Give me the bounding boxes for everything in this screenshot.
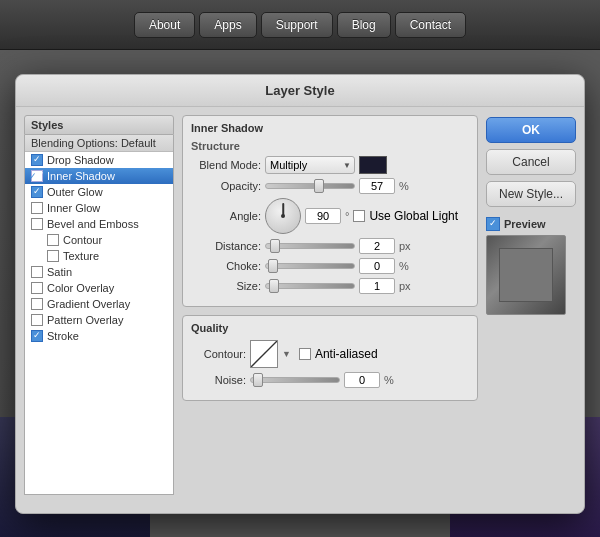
drop-shadow-checkbox[interactable] [31, 154, 43, 166]
inner-shadow-label: Inner Shadow [47, 170, 115, 182]
quality-section: Quality Contour: ▼ [182, 315, 478, 401]
noise-slider-thumb[interactable] [253, 373, 263, 387]
choke-label: Choke: [191, 260, 261, 272]
styles-satin[interactable]: Satin [25, 264, 173, 280]
blend-mode-label: Blend Mode: [191, 159, 261, 171]
stroke-checkbox[interactable] [31, 330, 43, 342]
styles-pattern-overlay[interactable]: Pattern Overlay [25, 312, 173, 328]
opacity-label: Opacity: [191, 180, 261, 192]
styles-drop-shadow[interactable]: Drop Shadow [25, 152, 173, 168]
styles-outer-glow[interactable]: Outer Glow [25, 184, 173, 200]
opacity-unit: % [399, 180, 409, 192]
styles-contour[interactable]: Contour [25, 232, 173, 248]
nav-blog-button[interactable]: Blog [337, 12, 391, 38]
global-light-checkbox[interactable] [353, 210, 365, 222]
nav-about-button[interactable]: About [134, 12, 195, 38]
main-area: Layer Style Styles Blending Options: Def… [0, 50, 600, 537]
blend-mode-select[interactable]: Multiply [265, 156, 355, 174]
noise-input[interactable] [344, 372, 380, 388]
styles-gradient-overlay[interactable]: Gradient Overlay [25, 296, 173, 312]
opacity-input[interactable] [359, 178, 395, 194]
inner-shadow-section: Inner Shadow Structure Blend Mode: Multi… [182, 115, 478, 307]
new-style-button[interactable]: New Style... [486, 181, 576, 207]
actions-panel: OK Cancel New Style... Preview [486, 115, 576, 495]
choke-row: Choke: % [191, 258, 469, 274]
noise-label: Noise: [191, 374, 246, 386]
styles-stroke[interactable]: Stroke [25, 328, 173, 344]
inner-shadow-checkbox[interactable]: ✓ [31, 170, 43, 182]
cancel-button[interactable]: Cancel [486, 149, 576, 175]
preview-section: Preview [486, 217, 576, 315]
styles-color-overlay[interactable]: Color Overlay [25, 280, 173, 296]
styles-bevel-emboss[interactable]: Bevel and Emboss [25, 216, 173, 232]
pattern-overlay-label: Pattern Overlay [47, 314, 123, 326]
inner-glow-checkbox[interactable] [31, 202, 43, 214]
blend-mode-row: Blend Mode: Multiply [191, 156, 469, 174]
styles-inner-shadow[interactable]: ✓ Inner Shadow [25, 168, 173, 184]
noise-slider[interactable] [250, 377, 340, 383]
distance-slider[interactable] [265, 243, 355, 249]
nav-apps-button[interactable]: Apps [199, 12, 256, 38]
satin-checkbox[interactable] [31, 266, 43, 278]
drop-shadow-label: Drop Shadow [47, 154, 114, 166]
color-overlay-label: Color Overlay [47, 282, 114, 294]
distance-row: Distance: px [191, 238, 469, 254]
contour-checkbox[interactable] [47, 234, 59, 246]
preview-label-row: Preview [486, 217, 576, 231]
choke-input[interactable] [359, 258, 395, 274]
outer-glow-label: Outer Glow [47, 186, 103, 198]
styles-inner-glow[interactable]: Inner Glow [25, 200, 173, 216]
nav-support-button[interactable]: Support [261, 12, 333, 38]
distance-input[interactable] [359, 238, 395, 254]
distance-slider-thumb[interactable] [270, 239, 280, 253]
choke-unit: % [399, 260, 409, 272]
noise-row: Noise: % [191, 372, 469, 388]
bevel-emboss-label: Bevel and Emboss [47, 218, 139, 230]
angle-dial[interactable] [265, 198, 301, 234]
dial-needle [282, 203, 284, 217]
anti-aliased-checkbox[interactable] [299, 348, 311, 360]
preview-checkbox[interactable] [486, 217, 500, 231]
size-row: Size: px [191, 278, 469, 294]
styles-blending-options[interactable]: Blending Options: Default [25, 135, 173, 152]
color-overlay-checkbox[interactable] [31, 282, 43, 294]
noise-unit: % [384, 374, 394, 386]
preview-box [486, 235, 566, 315]
styles-texture[interactable]: Texture [25, 248, 173, 264]
size-input[interactable] [359, 278, 395, 294]
contour-arrow-icon: ▼ [282, 349, 291, 359]
choke-slider-thumb[interactable] [268, 259, 278, 273]
gradient-overlay-checkbox[interactable] [31, 298, 43, 310]
layer-style-dialog: Layer Style Styles Blending Options: Def… [15, 74, 585, 514]
pattern-overlay-checkbox[interactable] [31, 314, 43, 326]
opacity-slider-thumb[interactable] [314, 179, 324, 193]
ok-button[interactable]: OK [486, 117, 576, 143]
styles-panel-header: Styles [24, 115, 174, 135]
size-label: Size: [191, 280, 261, 292]
opacity-row: Opacity: % [191, 178, 469, 194]
preview-label: Preview [504, 218, 546, 230]
contour-thumbnail[interactable] [250, 340, 278, 368]
distance-unit: px [399, 240, 411, 252]
outer-glow-checkbox[interactable] [31, 186, 43, 198]
opacity-slider[interactable] [265, 183, 355, 189]
dialog-title: Layer Style [16, 75, 584, 107]
choke-slider[interactable] [265, 263, 355, 269]
size-slider[interactable] [265, 283, 355, 289]
size-slider-thumb[interactable] [269, 279, 279, 293]
inner-shadow-title: Inner Shadow [191, 122, 469, 134]
angle-label: Angle: [191, 210, 261, 222]
texture-checkbox[interactable] [47, 250, 59, 262]
blending-options-label: Blending Options: Default [31, 137, 156, 149]
angle-degree-symbol: ° [345, 210, 349, 222]
stroke-label: Stroke [47, 330, 79, 342]
preview-inner [499, 248, 553, 302]
angle-row: Angle: ° Use Global Light [191, 198, 469, 234]
gradient-overlay-label: Gradient Overlay [47, 298, 130, 310]
nav-contact-button[interactable]: Contact [395, 12, 466, 38]
structure-title: Structure [191, 140, 469, 152]
angle-input[interactable] [305, 208, 341, 224]
bevel-emboss-checkbox[interactable] [31, 218, 43, 230]
distance-label: Distance: [191, 240, 261, 252]
blend-color-swatch[interactable] [359, 156, 387, 174]
